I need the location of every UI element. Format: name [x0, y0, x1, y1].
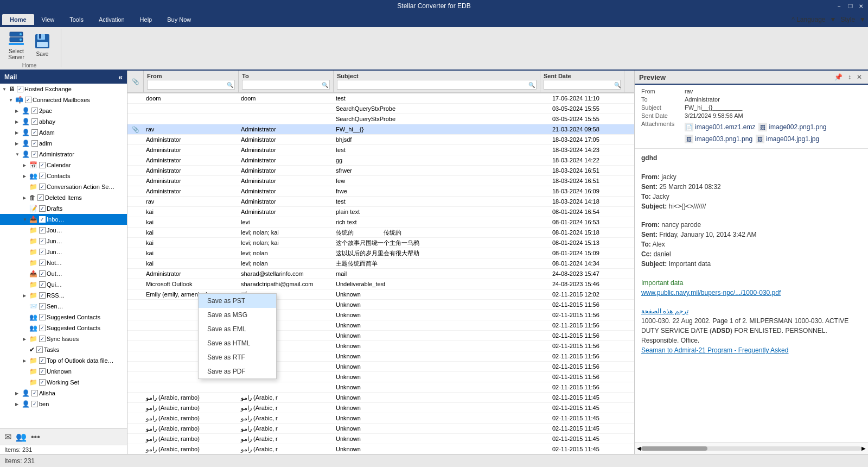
frequently-asked-link[interactable]: Seaman to Admiral-21 Program - Frequentl… [641, 346, 788, 354]
checkbox-hosted[interactable] [17, 86, 23, 92]
preview-close-icon[interactable]: ✕ [855, 73, 864, 81]
sidebar-item-hosted-exchange[interactable]: ▼ 🖥 Hosted Exchange [0, 84, 127, 94]
restore-btn[interactable]: ❐ [845, 2, 855, 10]
checkbox-drafts[interactable] [39, 205, 46, 212]
tab-buynow[interactable]: Buy Now [159, 14, 199, 25]
table-row[interactable]: AdministratorAdministratorgg18-03-2024 1… [127, 155, 634, 166]
checkbox-junk[interactable] [39, 238, 46, 244]
sidebar-item-sent[interactable]: 📨 Sen… [0, 301, 127, 312]
table-row[interactable]: SearchQueryStxProbe 03-05-2024 15:55 [127, 114, 634, 124]
from-search-input[interactable] [149, 82, 227, 88]
sidebar-item-quick[interactable]: 📁 Qui… [0, 279, 127, 290]
subject-search-input[interactable] [339, 82, 528, 88]
table-row[interactable]: 📎 rav Administrator FW_hi__{} 21-03-2024… [127, 124, 634, 135]
attachment-item[interactable]: 🖼 image002.png1.png [758, 123, 826, 131]
sidebar-item-adim[interactable]: ▶ 👤 adim [0, 138, 127, 149]
table-row[interactable]: رامو (Arabic, rambo)رامو (Arabic, rUnkno… [127, 434, 634, 444]
sidebar-item-working-set[interactable]: 📁 Working Set [0, 377, 127, 388]
select-server-button[interactable]: SelectServer [4, 29, 28, 61]
context-save-rtf[interactable]: Save as RTF [199, 350, 276, 364]
context-save-eml[interactable]: Save as EML [199, 322, 276, 336]
navy-link[interactable]: www.public.navy.mil/bupers-npc/.../1000-… [641, 289, 781, 296]
tab-help[interactable]: Help [132, 14, 160, 25]
checkbox-conv[interactable] [39, 184, 46, 190]
checkbox-rss[interactable] [39, 292, 46, 299]
sidebar-item-abhay[interactable]: ▶ 👤 abhay [0, 116, 127, 127]
table-row[interactable]: kaiAdministratorplain text08-01-2024 16:… [127, 207, 634, 217]
table-row[interactable]: kailevi; nolan; kai这个故事只围绕一个主角一乌鸦08-01-2… [127, 238, 634, 248]
checkbox-sent[interactable] [39, 303, 46, 310]
checkbox-inbox[interactable] [39, 216, 46, 223]
sidebar-item-connected-mailboxes[interactable]: ▼ 📫 Connected Mailboxes [0, 94, 127, 105]
sidebar-item-outbox[interactable]: 📤 Out… [0, 268, 127, 279]
sidebar-item-suggested-contacts-2[interactable]: 👥 Suggested Contacts [0, 323, 127, 333]
table-row[interactable]: AdministratorAdministratorbhjsdf18-03-20… [127, 135, 634, 145]
sidebar-item-conversation-action[interactable]: 📁 Conversation Action Se… [0, 181, 127, 192]
checkbox-adim[interactable] [31, 140, 38, 147]
table-row[interactable]: رامو (Arabic, rambo)رامو (Arabic, rUnkno… [127, 413, 634, 424]
table-row[interactable]: رامو (Arabic, rambo)رامو (Arabic, rUnkno… [127, 444, 634, 454]
mail-icon[interactable]: ✉ [4, 432, 11, 442]
attachment-item[interactable]: 🖼 image003.png1.png [685, 135, 752, 143]
to-search-input[interactable] [244, 82, 322, 88]
checkbox-abhay[interactable] [31, 118, 38, 125]
sent-search-input[interactable] [545, 82, 614, 88]
sidebar-item-tasks[interactable]: ✔ Tasks [0, 344, 127, 355]
table-row[interactable]: AdministratorAdministratorfrwe18-03-2024… [127, 186, 634, 197]
sidebar-item-top-outlook[interactable]: ▶ 📁 Top of Outlook data file… [0, 355, 127, 366]
checkbox-jun2[interactable] [39, 249, 46, 255]
sidebar-item-journal[interactable]: 📁 Jou… [0, 225, 127, 236]
tab-activation[interactable]: Activation [91, 14, 132, 25]
sidebar-item-sync-issues[interactable]: ▶ 📁 Sync Issues [0, 333, 127, 344]
scroll-left-icon[interactable]: ◀ [637, 445, 641, 451]
table-row[interactable]: kailevi; nolan这以以后的岁月里会有很大帮助08-01-2024 1… [127, 248, 634, 258]
context-save-pdf[interactable]: Save as PDF [199, 364, 276, 378]
sidebar-item-ben[interactable]: ▶ 👤 ben [0, 399, 127, 409]
sidebar-item-notes[interactable]: 📁 Not… [0, 257, 127, 268]
checkbox-quick[interactable] [39, 281, 46, 288]
table-row[interactable]: رامو (Arabic, rambo)رامو (Arabic, rUnkno… [127, 393, 634, 403]
attachment-item[interactable]: 🖼 image004.jpg1.jpg [756, 135, 819, 143]
sidebar-collapse-btn[interactable]: « [118, 73, 123, 81]
table-row[interactable]: kailevi; nolan; kai传统的 传统的08-01-2024 15:… [127, 228, 634, 238]
sidebar-item-deleted-items[interactable]: ▶ 🗑 Deleted Items [0, 192, 127, 203]
checkbox-unknown[interactable] [39, 368, 46, 375]
table-row[interactable]: AdministratorAdministratortest18-03-2024… [127, 145, 634, 155]
minimize-btn[interactable]: − [834, 2, 844, 10]
table-row[interactable]: AdministratorAdministratorfew18-03-2024 … [127, 176, 634, 186]
sidebar-item-administrator[interactable]: ▼ 👤 Administrator [0, 149, 127, 160]
attachment-item[interactable]: 📄 image001.emz1.emz [685, 123, 755, 131]
checkbox-calendar[interactable] [39, 162, 46, 168]
tab-tools[interactable]: Tools [62, 14, 91, 25]
table-row[interactable]: Microsoft Outlooksharadctripathi@gmail.c… [127, 279, 634, 289]
checkbox-outbox[interactable] [39, 270, 46, 277]
context-save-html[interactable]: Save as HTML [199, 336, 276, 350]
checkbox-sync[interactable] [39, 336, 46, 342]
sidebar-item-jun2[interactable]: 📁 Jun… [0, 247, 127, 257]
table-row[interactable]: AdministratorAdministratorsfrwer18-03-20… [127, 166, 634, 176]
more-icon[interactable]: ••• [31, 432, 40, 442]
sidebar-item-suggested-contacts-1[interactable]: 👥 Suggested Contacts [0, 312, 127, 323]
checkbox-alisha[interactable] [31, 390, 38, 396]
checkbox-sc2[interactable] [39, 325, 46, 331]
checkbox-tasks[interactable] [36, 346, 43, 353]
arabic-link[interactable]: ترجم هذه الصفحة [641, 307, 688, 315]
table-row[interactable]: kailevirich text08-01-2024 16:53 [127, 217, 634, 228]
sidebar-item-2pac[interactable]: ▶ 👤 2pac [0, 105, 127, 116]
table-row[interactable]: Administratorsharad@stellarinfo.commail2… [127, 269, 634, 279]
sidebar-item-unknown[interactable]: 📁 Unknown [0, 366, 127, 377]
preview-pin-icon[interactable]: 📌 [833, 73, 844, 81]
people-icon[interactable]: 👥 [16, 432, 27, 442]
preview-expand-icon[interactable]: ↕ [846, 73, 853, 81]
checkbox-deleted[interactable] [37, 194, 44, 201]
tab-home[interactable]: Home [2, 14, 34, 25]
scroll-right-icon[interactable]: ▶ [861, 445, 866, 451]
context-save-msg[interactable]: Save as MSG [199, 308, 276, 322]
checkbox-mailboxes[interactable] [25, 97, 31, 103]
save-button[interactable]: Save [30, 31, 54, 58]
table-row[interactable]: kailevi; nolan主题传统而简单08-01-2024 14:34 [127, 258, 634, 269]
sidebar-item-inbox[interactable]: ▼ 📥 Inbo… [0, 214, 127, 225]
sidebar-item-rss[interactable]: ▶ 📁 RSS… [0, 290, 127, 301]
checkbox-sc1[interactable] [39, 314, 46, 320]
sidebar-item-junk[interactable]: 📁 Jun… [0, 236, 127, 247]
